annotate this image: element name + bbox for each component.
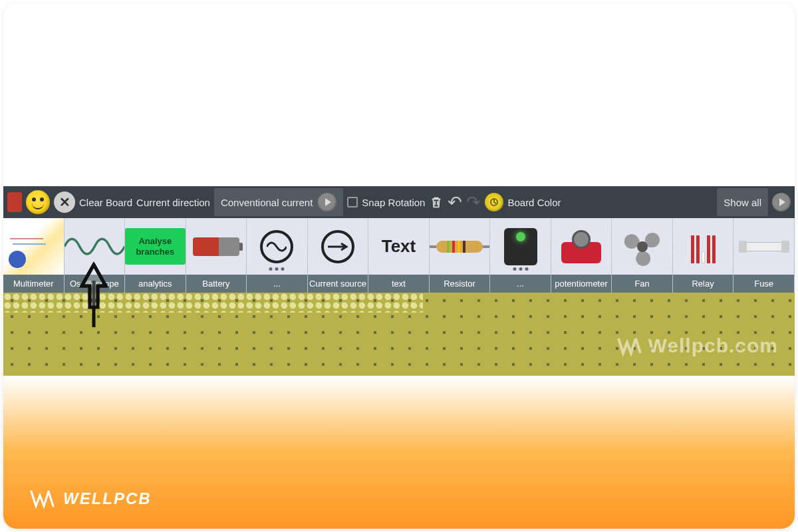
- component-palette: Multimeter Oscilloscope Analyse branches…: [3, 218, 795, 293]
- component-label: text: [368, 275, 429, 293]
- record-button[interactable]: [7, 192, 22, 212]
- current-direction-dropdown[interactable]: Conventional current: [214, 188, 343, 216]
- close-button[interactable]: ✕: [54, 192, 75, 213]
- component-label: ...: [247, 275, 307, 293]
- component-label: ...: [490, 275, 551, 293]
- current-direction-label: Current direction: [136, 197, 210, 208]
- component-chip[interactable]: ...: [490, 218, 551, 293]
- relay-icon: [673, 218, 733, 275]
- smiley-icon[interactable]: [26, 190, 50, 214]
- undo-icon[interactable]: ↶: [448, 192, 462, 213]
- resistor-icon: [430, 218, 490, 275]
- component-label: potentiometer: [551, 275, 612, 293]
- component-fan[interactable]: Fan: [612, 218, 673, 293]
- component-current-source[interactable]: Current source: [308, 218, 369, 293]
- show-all-label: Show all: [724, 197, 761, 208]
- wellpcb-logo-icon: [30, 489, 57, 509]
- component-label: Fan: [612, 275, 672, 293]
- component-relay[interactable]: Relay: [673, 218, 734, 293]
- fan-icon: [612, 218, 672, 275]
- trash-icon[interactable]: [429, 194, 444, 211]
- show-all-dropdown[interactable]: Show all: [717, 188, 768, 216]
- component-label: analytics: [125, 275, 186, 293]
- text-icon: Text: [368, 218, 429, 275]
- component-label: Resistor: [430, 275, 490, 293]
- board-color-label: Board Color: [507, 197, 561, 208]
- clear-board-button[interactable]: Clear Board: [79, 197, 132, 208]
- brand-logo: WELLPCB: [30, 489, 152, 509]
- multimeter-icon: [3, 218, 64, 275]
- snap-rotation-label: Snap Rotation: [362, 197, 425, 208]
- component-analytics[interactable]: Analyse branches analytics: [125, 218, 186, 293]
- next-play-icon[interactable]: [772, 193, 791, 211]
- redo-icon[interactable]: ↷: [466, 192, 481, 213]
- component-text[interactable]: Text text: [368, 218, 430, 293]
- component-label: Fuse: [733, 275, 794, 293]
- dropdown-play-icon: [318, 193, 336, 211]
- potentiometer-icon: [551, 218, 612, 275]
- top-toolbar: ✕ Clear Board Current direction Conventi…: [3, 186, 795, 218]
- chip-icon: [490, 218, 551, 275]
- component-label: Relay: [673, 275, 733, 293]
- snap-rotation-checkbox[interactable]: [347, 197, 358, 207]
- screenshot-card: ✕ Clear Board Current direction Conventi…: [3, 3, 795, 529]
- component-battery[interactable]: Battery: [186, 218, 247, 293]
- conventional-current-label: Conventional current: [221, 197, 313, 208]
- current-source-icon: [308, 218, 368, 275]
- board-color-indicator[interactable]: [485, 193, 503, 211]
- brand-text: WELLPCB: [63, 489, 152, 508]
- battery-icon: [186, 218, 247, 275]
- fuse-icon: [733, 218, 794, 275]
- component-fuse[interactable]: Fuse: [733, 218, 795, 293]
- component-resistor[interactable]: Resistor: [430, 218, 491, 293]
- ac-source-icon: [247, 218, 307, 275]
- annotation-arrow-icon: [78, 261, 110, 327]
- breadboard-rail: [3, 293, 423, 313]
- component-ac-source[interactable]: ...: [247, 218, 308, 293]
- component-multimeter[interactable]: Multimeter: [3, 218, 65, 293]
- watermark: Wellpcb.com: [616, 334, 778, 357]
- component-label: Battery: [186, 275, 247, 293]
- component-potentiometer[interactable]: potentiometer: [551, 218, 612, 293]
- analyse-icon: Analyse branches: [125, 218, 186, 275]
- component-label: Current source: [308, 275, 368, 293]
- component-label: Multimeter: [3, 275, 64, 293]
